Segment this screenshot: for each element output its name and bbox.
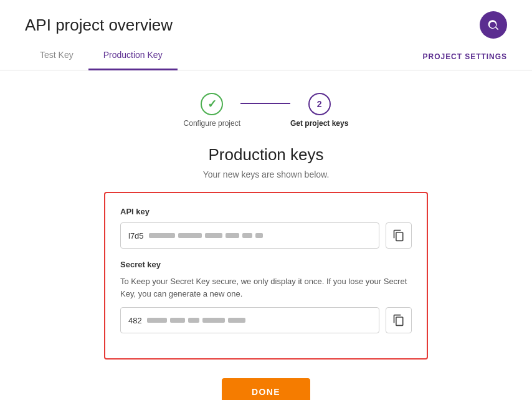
api-key-row: l7d5 xyxy=(120,222,412,249)
main-content: Production keys Your new keys are shown … xyxy=(0,128,532,400)
secret-key-masked xyxy=(147,318,245,323)
mask-block-5 xyxy=(242,233,252,238)
step-label-get-keys: Get project keys xyxy=(290,119,348,128)
secret-key-row: 482 xyxy=(120,307,412,333)
step-circle-configure: ✓ xyxy=(201,93,223,115)
smask-block-2 xyxy=(170,318,185,323)
header: API project overview xyxy=(0,0,532,39)
copy-secret-key-button[interactable] xyxy=(386,307,412,333)
step-connector xyxy=(240,103,290,104)
mask-block-1 xyxy=(149,233,175,238)
step-configure: ✓ Configure project xyxy=(184,93,240,128)
api-key-input: l7d5 xyxy=(120,222,379,249)
secret-key-prefix: 482 xyxy=(128,316,142,325)
mask-block-6 xyxy=(255,233,263,238)
step-label-configure: Configure project xyxy=(184,119,240,128)
project-settings-link[interactable]: PROJECT SETTINGS xyxy=(423,52,507,70)
page-title: API project overview xyxy=(25,16,173,35)
smask-block-1 xyxy=(147,318,167,323)
mask-block-2 xyxy=(178,233,202,238)
tabs-row: Test Key Production Key PROJECT SETTINGS xyxy=(0,42,532,70)
smask-block-4 xyxy=(202,318,225,323)
secret-key-input: 482 xyxy=(120,307,379,333)
copy-icon xyxy=(392,229,405,242)
api-key-masked xyxy=(149,233,263,238)
checkmark-icon: ✓ xyxy=(207,97,217,111)
copy-api-key-button[interactable] xyxy=(386,222,412,249)
secret-key-note: To Keep your Secret Key secure, we only … xyxy=(120,275,412,300)
copy-secret-icon xyxy=(392,314,405,326)
api-key-prefix: l7d5 xyxy=(128,231,144,240)
production-keys-title: Production keys xyxy=(209,145,324,164)
stepper: ✓ Configure project 2 Get project keys xyxy=(0,93,532,128)
tabs-container: Test Key Production Key xyxy=(25,42,178,70)
smask-block-5 xyxy=(228,318,245,323)
tab-production-key[interactable]: Production Key xyxy=(88,42,178,70)
production-keys-subtitle: Your new keys are shown below. xyxy=(203,169,330,179)
keys-box: API key l7d5 Secret key xyxy=(104,192,428,360)
api-key-label: API key xyxy=(120,207,412,216)
mask-block-3 xyxy=(205,233,222,238)
search-button[interactable] xyxy=(480,11,507,39)
search-icon xyxy=(487,18,500,32)
secret-key-section: Secret key To Keep your Secret Key secur… xyxy=(120,260,412,333)
smask-block-3 xyxy=(188,318,199,323)
done-button[interactable]: DONE xyxy=(222,378,310,400)
step-circle-get-keys: 2 xyxy=(308,93,331,115)
tab-test-key[interactable]: Test Key xyxy=(25,42,88,70)
step-get-keys: 2 Get project keys xyxy=(290,93,348,128)
secret-key-label: Secret key xyxy=(120,260,412,269)
mask-block-4 xyxy=(226,233,239,238)
